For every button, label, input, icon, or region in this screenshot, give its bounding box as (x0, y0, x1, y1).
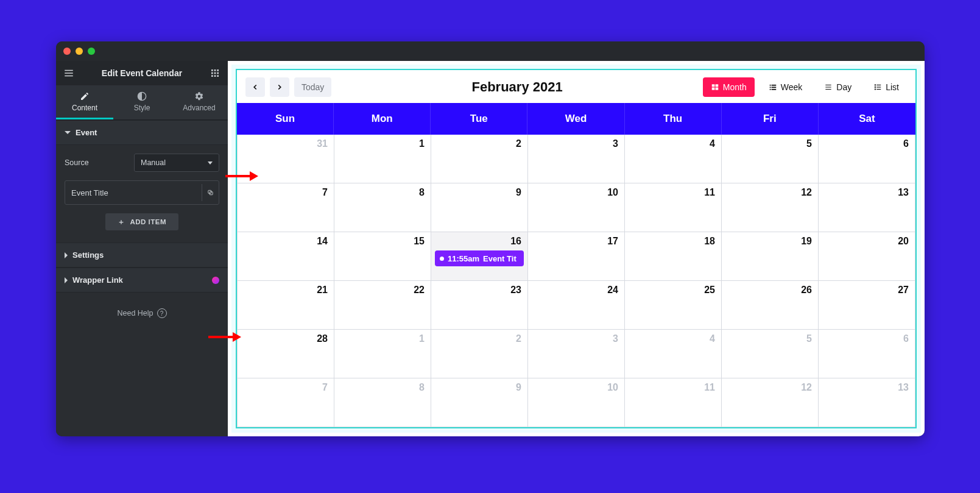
duplicate-icon[interactable] (202, 184, 219, 201)
next-button[interactable] (270, 77, 289, 97)
day-number: 31 (317, 138, 328, 149)
calendar-day-cell[interactable]: 4 (625, 135, 722, 183)
sidebar-title: Edit Event Calendar (102, 68, 182, 78)
tab-content-label: Content (72, 104, 97, 112)
traffic-minimize-icon[interactable] (76, 48, 83, 55)
calendar-day-cell[interactable]: 17 (528, 232, 625, 281)
need-help[interactable]: Need Help ? (56, 293, 228, 324)
traffic-close-icon[interactable] (63, 48, 71, 55)
calendar-day-cell[interactable]: 27 (819, 281, 915, 330)
view-day-button[interactable]: Day (816, 77, 859, 97)
section-wrapper-link-header[interactable]: Wrapper Link (56, 268, 228, 293)
tab-content[interactable]: Content (56, 85, 113, 119)
calendar-day-cell[interactable]: 9 (431, 378, 528, 427)
traffic-zoom-icon[interactable] (88, 48, 95, 55)
section-settings-header[interactable]: Settings (56, 243, 228, 268)
calendar-day-cell[interactable]: 8 (334, 183, 431, 232)
view-week-button[interactable]: Week (761, 77, 811, 97)
calendar-day-cell[interactable]: 10 (528, 378, 625, 427)
calendar-day-cell[interactable]: 8 (334, 378, 431, 427)
tab-advanced[interactable]: Advanced (171, 85, 228, 119)
calendar-week: 78910111213 (238, 378, 915, 427)
calendar-event[interactable]: 11:55amEvent Tit (435, 250, 524, 266)
calendar-day-cell[interactable]: 13 (819, 183, 915, 232)
calendar-day-cell[interactable]: 20 (819, 232, 915, 281)
chevron-down-icon (208, 161, 213, 165)
day-number: 4 (710, 138, 715, 149)
section-settings-title: Settings (72, 250, 104, 260)
calendar-day-cell[interactable]: 15 (334, 232, 431, 281)
view-month-button[interactable]: Month (703, 77, 755, 97)
calendar-day-cell[interactable]: 19 (722, 232, 819, 281)
calendar-week: 31123456 (238, 135, 915, 183)
calendar-day-cell[interactable]: 13 (819, 378, 915, 427)
calendar-day-cell[interactable]: 5 (722, 135, 819, 183)
calendar-day-cell[interactable]: 3 (528, 135, 625, 183)
calendar-day-cell[interactable]: 28 (238, 330, 334, 378)
tab-style[interactable]: Style (113, 85, 171, 119)
svg-rect-6 (211, 75, 213, 77)
svg-rect-12 (712, 84, 715, 87)
prev-button[interactable] (245, 77, 265, 97)
view-day-label: Day (836, 82, 851, 92)
widgets-grid-icon[interactable] (208, 66, 222, 80)
caret-right-icon (65, 252, 68, 258)
calendar-day-cell[interactable]: 2 (431, 135, 528, 183)
calendar-day-cell[interactable]: 21 (238, 281, 334, 330)
calendar-day-cell[interactable]: 1 (334, 330, 431, 378)
day-number: 6 (903, 333, 909, 344)
calendar-day-cell[interactable]: 6 (819, 135, 915, 183)
svg-rect-16 (769, 85, 770, 86)
calendar-day-cell[interactable]: 18 (625, 232, 722, 281)
calendar-day-cell[interactable]: 5 (722, 330, 819, 378)
day-number: 28 (317, 333, 328, 344)
calendar-day-cell[interactable]: 4 (625, 330, 722, 378)
calendar-day-cell[interactable]: 12 (722, 378, 819, 427)
day-number: 7 (322, 382, 328, 393)
calendar-day-cell[interactable]: 1 (334, 135, 431, 183)
menu-icon[interactable] (62, 66, 76, 80)
day-number: 10 (607, 187, 618, 198)
annotation-arrow-icon (225, 171, 258, 182)
calendar-day-cell[interactable]: 23 (431, 281, 528, 330)
today-button[interactable]: Today (294, 77, 331, 97)
calendar-day-cell[interactable]: 10 (528, 183, 625, 232)
calendar-day-cell[interactable]: 14 (238, 232, 334, 281)
day-number: 2 (516, 138, 521, 149)
svg-rect-17 (771, 85, 776, 86)
source-select[interactable]: Manual (134, 154, 219, 172)
day-number: 23 (510, 285, 521, 296)
titlebar (56, 41, 925, 61)
calendar-day-cell[interactable]: 11 (625, 378, 722, 427)
event-calendar-widget: Today February 2021 Month Week (236, 69, 917, 428)
event-repeater-item[interactable]: Event Title (65, 180, 219, 205)
calendar-day-cell[interactable]: 24 (528, 281, 625, 330)
calendar-day-cell[interactable]: 11 (625, 183, 722, 232)
day-number: 21 (317, 285, 328, 296)
day-number: 12 (801, 187, 812, 198)
svg-rect-19 (771, 87, 776, 88)
calendar-day-cell[interactable]: 9 (431, 183, 528, 232)
day-number: 7 (322, 187, 328, 198)
today-label: Today (301, 82, 324, 92)
event-item-title: Event Title (71, 188, 108, 197)
day-number: 3 (613, 138, 618, 149)
view-list-button[interactable]: List (865, 77, 907, 97)
section-event-header[interactable]: Event (56, 120, 228, 145)
calendar-day-cell[interactable]: 6 (819, 330, 915, 378)
calendar-day-cell[interactable]: 26 (722, 281, 819, 330)
calendar-day-cell[interactable]: 7 (238, 183, 334, 232)
calendar-day-cell[interactable]: 25 (625, 281, 722, 330)
calendar-day-cell[interactable]: 22 (334, 281, 431, 330)
section-event-title: Event (76, 128, 97, 137)
event-title: Event Tit (483, 254, 516, 263)
calendar-day-cell[interactable]: 3 (528, 330, 625, 378)
section-event-body: Source Manual Event Title ＋ ADD ITEM (56, 145, 228, 239)
calendar-day-cell[interactable]: 7 (238, 378, 334, 427)
svg-rect-20 (769, 89, 770, 90)
calendar-day-cell[interactable]: 12 (722, 183, 819, 232)
calendar-day-cell[interactable]: 1611:55amEvent Tit (431, 232, 528, 281)
add-item-button[interactable]: ＋ ADD ITEM (105, 213, 178, 230)
svg-rect-15 (715, 88, 718, 90)
calendar-day-cell[interactable]: 2 (431, 330, 528, 378)
